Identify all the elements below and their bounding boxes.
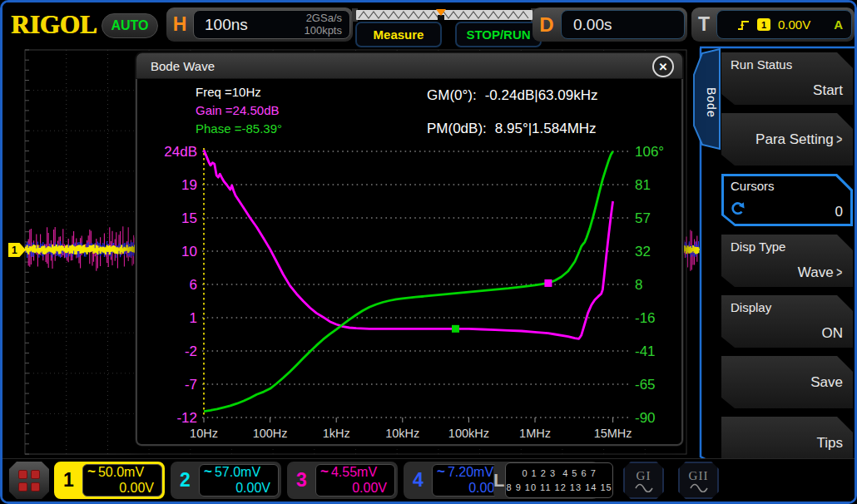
stop-run-button[interactable]: STOP/RUN xyxy=(455,22,542,47)
svg-text:24dB: 24dB xyxy=(164,144,197,160)
svg-text:-16: -16 xyxy=(635,310,656,326)
rotate-knob-icon xyxy=(730,200,746,217)
svg-text:8: 8 xyxy=(635,277,642,293)
menu-item-para-setting[interactable]: Para Setting> xyxy=(721,113,853,166)
timebase-value: 100ns xyxy=(194,16,304,34)
menu-value: ON xyxy=(822,325,844,342)
delay-value-box[interactable]: 0.00s xyxy=(561,10,685,39)
logic-channels-box[interactable]: L 0 1 2 3 4 5 6 7 8 9 10 11 12 13 14 15 xyxy=(493,462,599,499)
menu-label: Display xyxy=(731,300,771,314)
horizontal-settings-group[interactable]: H 100ns 2GSa/s 100kpts xyxy=(166,7,353,42)
logic-label: L xyxy=(493,462,504,499)
phase-margin-readout: PM(0dB):8.95°|1.584MHz xyxy=(427,121,597,137)
sine-wave-icon xyxy=(634,483,654,492)
ac-coupling-icon: ~ xyxy=(204,463,212,480)
channel-3-offset: 0.00V xyxy=(316,481,394,497)
svg-text:-41: -41 xyxy=(635,343,656,359)
menu-value: Save xyxy=(810,374,843,391)
channel-2-offset: 0.00V xyxy=(200,481,278,497)
horizontal-label: H xyxy=(166,13,193,36)
dialog-title: Bode Wave xyxy=(136,59,215,73)
generator-2-label: GII xyxy=(689,469,709,483)
delay-label: D xyxy=(533,13,561,37)
svg-text:6: 6 xyxy=(190,277,197,293)
trigger-info-box[interactable]: 1 0.00V A xyxy=(716,10,852,39)
svg-text:-2: -2 xyxy=(185,343,197,359)
ac-coupling-icon: ~ xyxy=(437,463,445,480)
rising-edge-trigger-icon xyxy=(737,19,750,31)
menu-item-save[interactable]: Save xyxy=(721,356,853,408)
channel-2-box[interactable]: 2 ~57.0mV 0.00V xyxy=(171,462,281,499)
cursor-freq-readout: Freq =10Hz xyxy=(196,85,261,99)
trigger-sweep-mode: A xyxy=(834,17,843,32)
generator-1-button[interactable]: GI xyxy=(623,462,664,499)
waveform-preview-bar[interactable] xyxy=(352,3,537,23)
svg-text:15MHz: 15MHz xyxy=(594,427,632,440)
menu-item-disp-type[interactable]: Disp Type Wave> xyxy=(721,235,853,287)
delay-settings-group[interactable]: D 0.00s xyxy=(533,7,687,42)
channel-1-offset: 0.00V xyxy=(83,481,161,497)
bode-wave-dialog: Bode Wave ✕ 24dB106°198115571032681-16-2… xyxy=(136,52,683,446)
svg-text:-7: -7 xyxy=(185,377,197,393)
svg-text:19: 19 xyxy=(181,177,197,193)
channel-3-number: 3 xyxy=(289,463,315,497)
menu-value: 0 xyxy=(835,204,843,220)
svg-text:-65: -65 xyxy=(635,377,656,393)
channel-1-scale: 50.0mV xyxy=(98,465,144,481)
close-icon[interactable]: ✕ xyxy=(652,56,674,77)
sine-wave-icon xyxy=(689,483,709,492)
logic-digits-row1: 0 1 2 3 4 5 6 7 xyxy=(522,467,596,481)
svg-text:10: 10 xyxy=(181,244,197,259)
dialog-title-bar[interactable]: Bode Wave ✕ xyxy=(136,52,683,79)
generator-1-label: GI xyxy=(637,469,651,483)
memory-depth: 100kpts xyxy=(304,24,342,37)
svg-text:100Hz: 100Hz xyxy=(253,427,288,440)
trigger-source-badge: 1 xyxy=(757,18,770,31)
svg-text:1kHz: 1kHz xyxy=(323,427,350,440)
ac-coupling-icon: ~ xyxy=(320,463,329,480)
sample-rate: 2GSa/s xyxy=(306,12,342,24)
channel-2-number: 2 xyxy=(172,463,198,497)
oscilloscope-screen: 1 RIGOL AUTO H 100ns 2GSa/s 100kpts Meas… xyxy=(0,0,857,504)
channel-4-scale: 7.20mV xyxy=(448,465,493,481)
trigger-settings-group[interactable]: T 1 0.00V A xyxy=(691,7,855,42)
dialog-body: 24dB106°198115571032681-16-2-41-7-65-12-… xyxy=(136,79,683,446)
tab-bode[interactable]: Bode xyxy=(701,69,718,136)
measure-button[interactable]: Measure xyxy=(355,22,442,47)
svg-text:10kHz: 10kHz xyxy=(385,427,419,440)
chevron-right-icon: > xyxy=(836,265,842,280)
menu-label: Cursors xyxy=(731,179,775,193)
svg-text:15: 15 xyxy=(181,210,197,226)
menu-item-display[interactable]: Display ON xyxy=(721,295,853,348)
generator-2-button[interactable]: GII xyxy=(678,462,719,499)
auto-trigger-badge[interactable]: AUTO xyxy=(102,13,158,38)
logic-digits-row2: 8 9 10 11 12 13 14 15 xyxy=(506,481,612,495)
bottom-channel-bar: 1 ~50.0mV 0.00V 2 ~57.0mV 0.00V 3 ~4.55m… xyxy=(2,458,855,502)
svg-text:81: 81 xyxy=(635,177,651,193)
menu-item-run-status[interactable]: Run Status Start xyxy=(721,52,853,105)
timebase-box[interactable]: 100ns 2GSa/s 100kpts xyxy=(193,10,350,39)
bode-menu: Run Status Start Para Setting> Cursors 0… xyxy=(721,52,853,469)
main-menu-button[interactable] xyxy=(9,462,49,499)
channel-3-box[interactable]: 3 ~4.55mV 0.00V xyxy=(287,462,398,499)
svg-text:32: 32 xyxy=(635,244,651,259)
channel-1-number: 1 xyxy=(56,463,82,497)
channel-1-box[interactable]: 1 ~50.0mV 0.00V xyxy=(54,462,165,499)
svg-text:100kHz: 100kHz xyxy=(448,427,489,440)
cursor-gain-readout: Gain =24.50dB xyxy=(196,103,280,117)
svg-text:-90: -90 xyxy=(635,410,656,426)
chevron-right-icon: > xyxy=(836,132,842,147)
channel-3-scale: 4.55mV xyxy=(331,465,377,481)
ac-coupling-icon: ~ xyxy=(87,463,96,480)
menu-label: Disp Type xyxy=(731,240,785,254)
trigger-level-value: 0.00V xyxy=(778,17,826,32)
menu-item-cursors[interactable]: Cursors 0 xyxy=(721,174,853,226)
rigol-logo: RIGOL xyxy=(11,10,97,40)
menu-value: Start xyxy=(813,82,843,99)
svg-text:1MHz: 1MHz xyxy=(519,427,551,440)
menu-value: Wave xyxy=(798,264,834,281)
menu-label: Run Status xyxy=(731,57,792,72)
gain-margin-readout: GM(0°):-0.24dB|63.09kHz xyxy=(427,87,597,104)
svg-text:1: 1 xyxy=(190,310,197,326)
channel-4-number: 4 xyxy=(405,463,431,497)
